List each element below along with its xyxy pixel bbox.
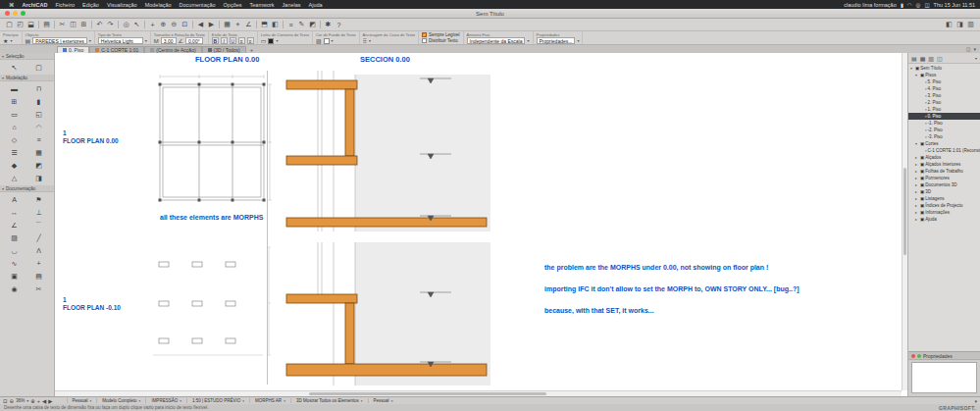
outline-pen-chip[interactable]: [268, 38, 274, 44]
menu-item[interactable]: Modelação: [141, 2, 176, 8]
menu-item[interactable]: Teamwork: [246, 2, 279, 8]
mesh-tool[interactable]: △: [2, 172, 26, 184]
arrow-icon[interactable]: ↖: [131, 20, 142, 30]
curtain-wall-tool[interactable]: ▦: [26, 146, 51, 159]
layer-dropdown[interactable]: ▤ PAREDES | exteriores ▾: [26, 37, 91, 44]
floor-plan-drawing-lower[interactable]: [147, 242, 275, 365]
paste-icon[interactable]: ⊞: [78, 20, 89, 30]
font-name-value[interactable]: Helvetica Light: [98, 37, 143, 44]
underline-button[interactable]: U: [230, 37, 236, 44]
font-dropdown[interactable]: Helvetica Light ▾: [98, 37, 147, 44]
roof-tool[interactable]: ⌂: [2, 121, 26, 133]
italic-button[interactable]: I: [221, 37, 228, 44]
navigator-item[interactable]: ▸▣Alçados Interiores: [908, 161, 980, 168]
drawing-tool[interactable]: ▤: [26, 270, 51, 283]
navigator-item[interactable]: ▫1. Piso: [908, 106, 980, 113]
line-tool[interactable]: ╱: [26, 231, 51, 244]
left-panel-toggle-icon[interactable]: ◧: [944, 20, 954, 30]
back-button[interactable]: ◀: [42, 398, 46, 404]
settings-icon[interactable]: ✱: [323, 20, 334, 30]
disclosure-triangle-icon[interactable]: ▾: [915, 141, 919, 146]
section-drawing-lower[interactable]: [283, 240, 492, 396]
undo-icon[interactable]: ↶: [94, 20, 105, 30]
figure-tool[interactable]: ▣: [2, 270, 26, 283]
menu-item[interactable]: Edição: [78, 2, 103, 8]
disclosure-triangle-icon[interactable]: ▸: [915, 196, 919, 201]
section-drawing-upper[interactable]: [283, 69, 492, 239]
menu-item[interactable]: Ficheiro: [51, 2, 78, 8]
morph-tool[interactable]: ◆: [2, 159, 26, 172]
navigator-item[interactable]: ▫-2. Piso: [908, 127, 980, 133]
menu-item[interactable]: Visualização: [103, 2, 141, 8]
scale-value[interactable]: Independente da Escala: [467, 37, 526, 44]
navigator-item[interactable]: ▾▣Cortes: [908, 140, 980, 147]
canvas-heading-section[interactable]: SECCION 0.00: [360, 55, 410, 64]
skylight-tool[interactable]: ◇: [2, 133, 26, 146]
section-tool[interactable]: ✂: [26, 283, 51, 295]
wall-tool[interactable]: ▬: [2, 82, 26, 95]
tab-action-centre[interactable]: (Centro de Acção): [144, 46, 201, 53]
redo-icon[interactable]: ↷: [105, 20, 116, 30]
minimize-button[interactable]: [13, 11, 18, 16]
forward-button[interactable]: ▶: [48, 398, 52, 404]
arrow-tool[interactable]: ↖: [2, 61, 26, 74]
properties-value[interactable]: Propriedades...: [537, 37, 576, 44]
disclosure-triangle-icon[interactable]: ▸: [915, 155, 919, 160]
angle-dimension-tool[interactable]: ∠: [2, 219, 26, 231]
zoom-button[interactable]: [21, 11, 26, 16]
dimension-tool[interactable]: ↔: [2, 206, 26, 219]
layout-book-icon[interactable]: ▥: [928, 55, 934, 62]
apple-menu-icon[interactable]: ⌘: [5, 2, 19, 8]
spotlight-icon[interactable]: ◎: [916, 2, 921, 8]
column-tool[interactable]: ▮: [26, 95, 51, 108]
chevron-down-icon[interactable]: ▾: [975, 56, 977, 61]
disclosure-triangle-icon[interactable]: ▸: [915, 189, 919, 194]
zoom-in-button[interactable]: ⊕: [30, 398, 35, 404]
guide-lines-icon[interactable]: ∠: [243, 20, 254, 30]
navigator-item[interactable]: ▫5. Piso: [908, 78, 980, 85]
favorites-dropdown[interactable]: ★ ▾: [3, 37, 19, 44]
tab-overview-icon[interactable]: ◫: [966, 46, 971, 52]
layers-icon[interactable]: ≡: [285, 20, 296, 30]
canvas-horizontal-scrollbar[interactable]: [55, 390, 902, 396]
door-tool[interactable]: ⊓: [26, 82, 51, 95]
scrollbar-thumb[interactable]: [309, 392, 546, 395]
navigator-item[interactable]: ▾▣Sem Título: [908, 65, 980, 72]
properties-palette-list[interactable]: [911, 362, 977, 393]
spline-tool[interactable]: ∿: [2, 257, 26, 270]
menu-item[interactable]: ArchiCAD: [19, 2, 52, 8]
quick-option[interactable]: Pessoal▾: [67, 398, 97, 403]
disclosure-triangle-icon[interactable]: ▸: [915, 182, 919, 187]
quick-option[interactable]: MORPHS AR▾: [249, 398, 290, 403]
canvas-heading-floor-plan[interactable]: FLOOR PLAN 0.00: [195, 55, 259, 64]
wifi-icon[interactable]: ◠: [907, 2, 912, 8]
find-select-icon[interactable]: ◎: [121, 20, 131, 30]
navigator-item[interactable]: ▫0. Piso: [908, 113, 980, 120]
disclosure-triangle-icon[interactable]: ▸: [915, 169, 919, 174]
window-titlebar[interactable]: Sem Título: [0, 9, 980, 19]
properties-palette-titlebar[interactable]: Propriedades: [908, 352, 980, 360]
canvas-vertical-scrollbar[interactable]: [902, 53, 907, 390]
hotspot-tool[interactable]: +: [26, 257, 51, 270]
font-size-field[interactable]: 3,00: [161, 37, 177, 44]
navigator-item[interactable]: ▫2. Piso: [908, 99, 980, 106]
menu-item[interactable]: Opções: [220, 2, 246, 8]
navigator-item[interactable]: ▫C-1 CORTE 1:01 (Reconstrução Au...: [908, 147, 980, 154]
tab-3d-all[interactable]: (3D / Todos): [202, 46, 246, 53]
navigator-item[interactable]: ▸▣Alçados: [908, 154, 980, 161]
disclosure-triangle-icon[interactable]: ▸: [915, 203, 919, 208]
radial-dimension-tool[interactable]: ⌒: [26, 219, 51, 231]
control-center-icon[interactable]: ◫: [924, 2, 929, 8]
align-center-button[interactable]: ≡: [247, 37, 254, 44]
navigator-item[interactable]: ▫-3. Piso: [908, 133, 980, 140]
snap-icon[interactable]: ⌖: [232, 20, 243, 30]
disclosure-triangle-icon[interactable]: ▾: [910, 66, 914, 71]
help-icon[interactable]: ?: [334, 20, 344, 30]
chevron-down-icon[interactable]: ▾: [973, 46, 976, 52]
palette-collapse-button[interactable]: [917, 354, 921, 358]
chevron-down-icon[interactable]: ▾: [26, 398, 28, 403]
tab-floor-plan[interactable]: 0. Piso: [57, 46, 89, 53]
scrollbar-thumb[interactable]: [903, 168, 906, 255]
bold-button[interactable]: B: [212, 37, 219, 44]
open-icon[interactable]: ◰: [15, 20, 26, 30]
